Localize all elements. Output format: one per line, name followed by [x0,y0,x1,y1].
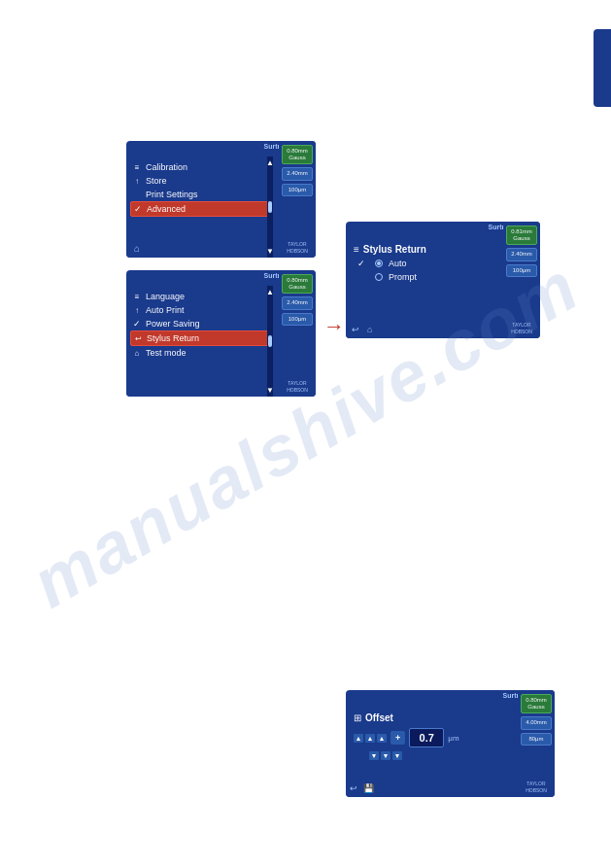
radio-prompt [375,273,383,281]
menu-item-power-saving[interactable]: ✓ Power Saving [130,317,269,330]
home-icon-panel1[interactable]: ⌂ [134,243,140,254]
logo3-taylor: TAYLOR [511,322,532,329]
auto-print-icon: ↑ [132,306,142,315]
panel1-menu: ≡ Calibration ↑ Store Print Settings ✓ A… [126,156,273,258]
indicator4-gauss-line2: Gauss [525,704,548,711]
language-label: Language [146,292,185,301]
menu-item-stylus-return[interactable]: ↩ Stylus Return [130,330,269,346]
radio-auto [375,260,383,267]
menu-item-language[interactable]: ≡ Language [130,290,269,303]
logo2-taylor: TAYLOR [287,380,308,387]
indicator3-mm: 2.40mm [506,248,537,260]
calibration-icon: ≡ [132,163,142,172]
menu-item-calibration[interactable]: ≡ Calibration [130,160,269,174]
offset-controls: ▲ ▲ ▲ + 0.7 μm [350,726,508,749]
panel2: Surtronic S128 ≡ Language ↑ Auto Print ✓… [126,270,316,397]
back-icon4[interactable]: ↩ [350,783,357,793]
panel2-menu: ≡ Language ↑ Auto Print ✓ Power Saving ↩… [126,286,273,397]
offset-unit: μm [448,734,458,743]
option-auto[interactable]: ✓ Auto [350,257,493,270]
panel3-logo: TAYLOR HOBSON [511,322,532,334]
prompt-label: Prompt [389,272,417,282]
calibration-label: Calibration [146,162,187,172]
stylus-return-label: Stylus Return [147,333,199,343]
indicator-gauss-line2: Gauss [286,155,309,161]
indicator2-um: 100μm [282,313,313,326]
logo-taylor: TAYLOR [287,241,308,248]
panel3: Surtronic S128 ≡ Stylus Return ✓ Auto Pr… [346,222,540,338]
save-icon[interactable]: 💾 [363,783,374,793]
down-arrows-triple: ▼ ▼ ▼ [369,751,402,760]
panel1-scroll: ▲ ▼ [267,156,273,258]
panel3-indicators: 0.81mm Gauss 2.40mm 100μm TAYLOR HOBSON [503,222,540,338]
indicator4-gauss: 0.80mm Gauss [521,694,552,713]
up-arrows-group: ▲ ▲ ▲ [354,734,387,743]
auto-print-label: Auto Print [146,305,185,315]
menu-item-auto-print[interactable]: ↑ Auto Print [130,303,269,317]
back-icon[interactable]: ↩ [352,325,359,334]
menu-item-print-settings[interactable]: Print Settings [130,188,269,201]
indicator2-gauss: 0.80mm Gauss [282,274,313,294]
up-arrow-3[interactable]: ▲ [377,734,387,743]
down-arrow-2[interactable]: ▼ [381,751,390,760]
check-auto: ✓ [357,259,369,268]
indicator2-gauss-line1: 0.80mm [286,277,309,284]
indicator3-gauss-line1: 0.81mm [510,228,533,235]
indicator-mm1: 2.40mm [282,167,313,180]
indicator4-um: 80μm [521,733,552,746]
indicator4-mm: 4.00mm [521,716,552,729]
scroll-up2-icon: ▲ [266,288,274,296]
indicator3-um: 100μm [506,264,537,277]
panel1-logo: TAYLOR HOBSON [287,241,308,254]
store-label: Store [146,176,167,186]
home-icon3[interactable]: ⌂ [367,325,372,334]
panel4: Surtronic S128 ⊞ Offset ▲ ▲ ▲ + 0.7 μm [346,690,555,797]
indicator-gauss-line1: 0.80mm [286,148,309,155]
down-arrow-1[interactable]: ▼ [369,751,379,760]
panel4-indicators: 0.80mm Gauss 4.00mm 80μm TAYLOR HOBSON [518,690,555,797]
menu-item-store[interactable]: ↑ Store [130,174,269,188]
right-tab [594,29,611,107]
indicator2-gauss-line2: Gauss [286,284,309,291]
indicator-gauss: 0.80mm Gauss [282,145,313,164]
indicator3-gauss: 0.81mm Gauss [506,226,537,245]
auto-label: Auto [389,259,407,268]
panel2-scroll: ▲ ▼ [267,286,273,397]
stylus-icon: ↩ [133,334,143,343]
indicator3-gauss-line2: Gauss [510,235,533,242]
indicator4-gauss-line1: 0.80mm [525,697,548,704]
up-arrow-2[interactable]: ▲ [365,734,375,743]
down-arrow-3[interactable]: ▼ [392,751,402,760]
offset-title-row: ⊞ Offset [350,710,508,726]
panel4-content: ⊞ Offset ▲ ▲ ▲ + 0.7 μm ▼ ▼ [346,706,512,797]
logo4-hobson: HOBSON [526,787,547,794]
scroll-down-icon: ▼ [266,247,274,256]
home-icon2: ⌂ [132,349,142,358]
panel2-indicators: 0.80mm Gauss 2.40mm 100μm TAYLOR HOBSON [279,270,316,397]
offset-title-text: Offset [365,712,393,723]
language-icon: ≡ [132,293,142,301]
advanced-check: ✓ [133,204,143,214]
indicator2-mm: 2.40mm [282,296,313,309]
panel1-indicators: 0.80mm Gauss 2.40mm 100μm TAYLOR HOBSON [279,141,316,258]
offset-value: 0.7 [409,728,444,747]
menu-item-advanced[interactable]: ✓ Advanced [130,201,269,217]
plus-button[interactable]: + [390,731,405,745]
panel3-content: ≡ Stylus Return ✓ Auto Prompt ↩ ⌂ [346,237,497,338]
arrow-indicator: → [323,314,345,339]
panel1: Surtronic S128 ≡ Calibration ↑ Store Pri… [126,141,316,258]
logo2-hobson: HOBSON [287,387,308,394]
up-arrows-triple: ▲ ▲ ▲ [354,734,387,743]
panel4-bottom-icons: ↩ 💾 [350,783,374,793]
down-arrows-group: ▼ ▼ ▼ [350,749,508,760]
panel4-logo: TAYLOR HOBSON [526,781,547,793]
menu-item-test-mode[interactable]: ⌂ Test mode [130,346,269,360]
advanced-label: Advanced [147,204,186,214]
scroll-up-icon: ▲ [266,158,274,167]
up-arrow-1[interactable]: ▲ [354,734,363,743]
stylus-panel-title: ≡ Stylus Return [350,241,493,257]
option-prompt[interactable]: Prompt [350,270,493,284]
scroll-thumb2 [268,335,272,347]
store-icon: ↑ [132,177,142,186]
power-check: ✓ [132,319,142,329]
